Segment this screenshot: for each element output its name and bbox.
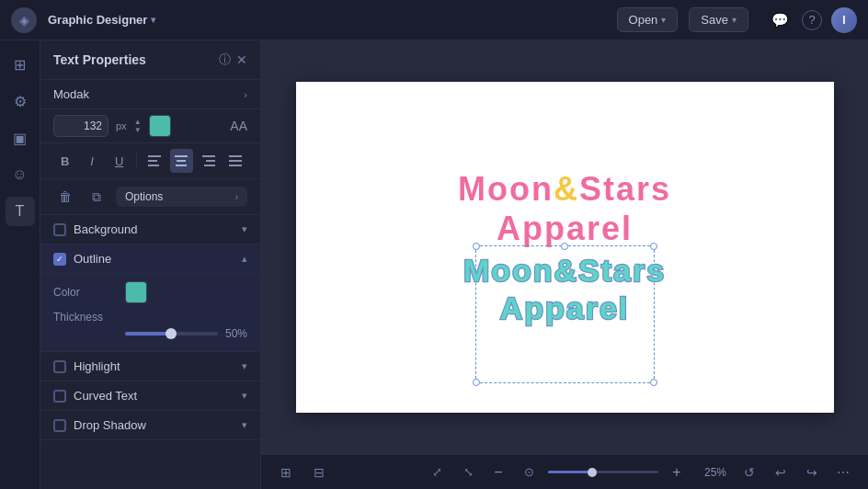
outline-label: Outline	[74, 252, 234, 266]
thickness-slider[interactable]	[125, 332, 218, 335]
duplicate-icon[interactable]: ⧉	[85, 185, 108, 209]
save-chevron-icon: ▾	[732, 15, 737, 25]
font-name-arrow-icon[interactable]: ›	[244, 89, 247, 100]
slider-thumb[interactable]	[166, 328, 177, 339]
zoom-slider-fill	[548, 471, 592, 473]
zoom-in-button[interactable]: +	[666, 461, 688, 483]
svg-rect-8	[204, 165, 215, 166]
fit-screen-icon[interactable]: ⤢	[425, 461, 449, 484]
sel-handle-bl[interactable]	[473, 379, 480, 386]
bottom-right-icons: ↺ ↩ ↪ ⋯	[737, 461, 855, 484]
options-button[interactable]: Options ›	[116, 187, 247, 207]
svg-rect-11	[229, 165, 242, 166]
section-highlight[interactable]: Highlight ▾	[40, 352, 260, 381]
undo-icon[interactable]: ↩	[769, 461, 793, 484]
thickness-label: Thickness	[53, 311, 118, 324]
drop-shadow-checkbox[interactable]	[53, 419, 66, 432]
panel-title: Text Properties	[53, 52, 213, 67]
highlight-checkbox[interactable]	[53, 360, 66, 373]
layers-icon[interactable]: ⊞	[274, 461, 298, 484]
zoom-out-button[interactable]: −	[487, 461, 509, 483]
color-label: Color	[53, 286, 118, 299]
drop-shadow-label: Drop Shadow	[74, 418, 234, 432]
font-size-input[interactable]	[53, 115, 108, 137]
canvas-workspace[interactable]: Moon&Stars Apparel Mo	[261, 40, 868, 454]
sidebar-item-layers[interactable]: ⊞	[6, 50, 35, 79]
sel-handle-tm[interactable]	[561, 243, 568, 250]
curved-text-checkbox[interactable]	[53, 390, 66, 403]
section-background[interactable]: Background ▾	[40, 215, 260, 244]
align-center-button[interactable]	[170, 149, 193, 173]
background-checkbox[interactable]	[53, 223, 66, 236]
chat-icon[interactable]: 💬	[767, 7, 793, 33]
redo-icon[interactable]: ↪	[800, 461, 824, 484]
bottom-left-icons: ⊞ ⊟	[274, 461, 331, 484]
zoom-slider-thumb[interactable]	[588, 468, 597, 477]
svg-rect-3	[175, 155, 188, 157]
bottom-bar: ⊞ ⊟ ⤢ ⤡ − ⊙ + 25% ↺ ↩ ↪ ⋯	[261, 454, 868, 489]
underline-button[interactable]: U	[108, 149, 131, 173]
outline-expanded-content: Color Thickness 50%	[40, 274, 260, 352]
text-color-swatch[interactable]	[149, 115, 171, 137]
sel-handle-br[interactable]	[650, 379, 657, 386]
font-size-unit: px	[116, 120, 127, 131]
sel-handle-tr[interactable]	[650, 243, 657, 250]
format-divider	[136, 153, 137, 169]
grid-icon[interactable]: ⊟	[307, 461, 331, 484]
zoom-circle-icon[interactable]: ⊙	[517, 461, 541, 484]
panel-close-icon[interactable]: ✕	[236, 52, 247, 67]
font-case-icon[interactable]: AA	[230, 119, 247, 133]
highlight-chevron-icon: ▾	[242, 360, 247, 372]
color-prop-row: Color	[53, 281, 247, 303]
section-curved-text[interactable]: Curved Text ▾	[40, 381, 260, 411]
section-outline[interactable]: Outline ▴	[40, 244, 260, 274]
zoom-slider[interactable]	[548, 471, 658, 473]
logo-icon: ◈	[19, 13, 29, 28]
font-size-down-icon[interactable]: ▼	[134, 127, 142, 134]
format-toolbar: B I U	[40, 143, 260, 179]
app-name-btn[interactable]: Graphic Designer ▾	[48, 13, 155, 27]
sidebar-item-text[interactable]: T	[6, 197, 35, 226]
font-size-up-icon[interactable]: ▲	[134, 119, 142, 126]
background-chevron-icon: ▾	[242, 223, 247, 235]
sel-handle-tl[interactable]	[473, 243, 480, 250]
zoom-value: 25%	[695, 466, 726, 479]
resize-icon[interactable]: ⤡	[456, 461, 480, 484]
more-icon[interactable]: ⋯	[831, 461, 855, 484]
panel-info-icon[interactable]: ⓘ	[219, 51, 231, 68]
align-justify-button[interactable]	[224, 149, 247, 173]
font-name[interactable]: Modak	[53, 87, 238, 101]
section-drop-shadow[interactable]: Drop Shadow ▾	[40, 411, 260, 440]
sidebar-item-elements[interactable]: ▣	[6, 123, 35, 153]
font-row: Modak ›	[40, 80, 260, 109]
bold-button[interactable]: B	[53, 149, 76, 173]
sidebar-item-settings[interactable]: ⚙	[6, 86, 35, 116]
save-button[interactable]: Save ▾	[689, 7, 748, 32]
outline-color-swatch[interactable]	[125, 281, 147, 303]
svg-rect-6	[202, 155, 215, 157]
align-right-button[interactable]	[197, 149, 220, 173]
app-name-chevron-icon: ▾	[151, 15, 155, 25]
curved-text-chevron-icon: ▾	[242, 390, 247, 402]
svg-rect-1	[148, 160, 157, 162]
svg-rect-9	[229, 155, 242, 157]
outline-checkbox[interactable]	[53, 253, 66, 266]
font-size-row: px ▲ ▼ AA	[40, 109, 260, 143]
options-chevron-icon: ›	[235, 192, 238, 202]
properties-panel: Text Properties ⓘ ✕ Modak › px ▲ ▼ AA B …	[40, 40, 261, 489]
topbar: ◈ Graphic Designer ▾ Open ▾ Save ▾ 💬 ? I	[0, 0, 868, 40]
align-left-button[interactable]	[143, 149, 166, 173]
italic-button[interactable]: I	[80, 149, 103, 173]
sidebar-item-shapes[interactable]: ☺	[6, 160, 35, 189]
app-logo: ◈	[11, 7, 37, 33]
refresh-icon[interactable]: ↺	[737, 461, 761, 484]
canvas-text-top[interactable]: Moon&Stars Apparel	[458, 169, 671, 248]
canvas-text-bottom[interactable]: Moon&Stars Apparel	[463, 252, 666, 327]
open-chevron-icon: ▾	[661, 15, 666, 25]
open-button[interactable]: Open ▾	[617, 7, 679, 32]
avatar[interactable]: I	[831, 7, 857, 33]
delete-icon[interactable]: 🗑	[53, 185, 77, 209]
panel-header: Text Properties ⓘ ✕	[40, 40, 260, 80]
slider-fill	[125, 332, 171, 335]
help-icon[interactable]: ?	[802, 10, 822, 30]
